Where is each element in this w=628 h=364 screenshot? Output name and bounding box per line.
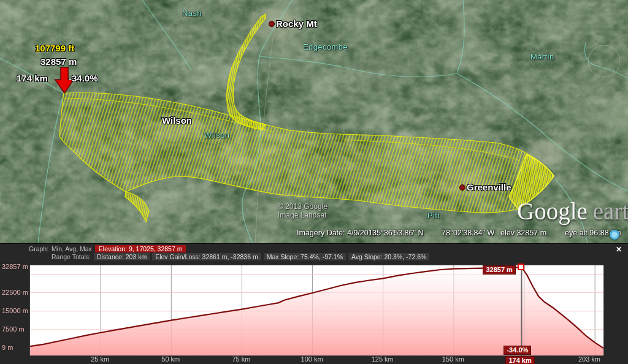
range-totals-label: Range Totals:	[52, 253, 91, 260]
graph-header-row: Graph: Min, Avg, Max Elevation: 9, 17025…	[0, 245, 186, 252]
annotation-slope: -34.0%	[69, 73, 98, 83]
google-earth-window: Nash Edgecombe Martin Wilson Pitt Rocky …	[0, 0, 628, 364]
placemark-label: Rocky Mt	[276, 18, 317, 29]
y-axis-tick: 32857 m	[2, 263, 29, 270]
y-axis-tick: 7500 m	[2, 325, 29, 333]
imagery-date: Imagery Date: 4/9/2013	[297, 229, 377, 237]
map-status-bar: Imagery Date: 4/9/2013 35°36'53.86" N 78…	[0, 229, 628, 241]
x-axis-tick: 75 km	[228, 355, 255, 363]
y-axis-tick: 22500 m	[2, 289, 29, 296]
county-label-edgecombe: Edgecombe	[303, 42, 348, 51]
placemark-label: Wilson	[162, 115, 192, 126]
max-slope: Max Slope: 75.4%, -97.1%	[264, 253, 346, 260]
latitude: 35°36'53.86" N	[372, 229, 423, 237]
copyright-line1: © 2013 Google	[278, 202, 327, 211]
placemark-dot[interactable]	[269, 21, 275, 27]
elevation-profile-panel: Graph: Min, Avg, Max Elevation: 9, 17025…	[0, 243, 628, 364]
county-label-nash: Nash	[182, 9, 202, 18]
map-view[interactable]: Nash Edgecombe Martin Wilson Pitt Rocky …	[0, 0, 628, 243]
copyright-line2: Image Landsat	[278, 211, 327, 219]
google-earth-logo: Googleearth	[517, 197, 628, 225]
logo-google: Google	[517, 198, 588, 224]
elevation-profile-chart[interactable]	[30, 265, 603, 355]
county-label-pitt: Pitt	[427, 211, 440, 220]
avg-slope: Avg Slope: 20.3%, -72.6%	[348, 253, 429, 260]
x-axis-tick: 125 km	[369, 355, 396, 363]
elev-gain-loss: Elev Gain/Loss: 32861 m, -32836 m	[152, 253, 261, 260]
marker-elevation-badge: 32857 m	[483, 265, 515, 275]
range-totals-row: Range Totals: Distance: 203 km Elev Gain…	[0, 252, 432, 260]
placemark-label: Greenville	[467, 182, 511, 192]
marker-distance-badge: 174 km	[505, 356, 534, 364]
compass-navigation-icon[interactable]	[610, 230, 619, 240]
placemark-greenville[interactable]: Greenville	[459, 182, 511, 192]
elevation-summary-badge[interactable]: Elevation: 9, 17025, 32857 m	[95, 245, 186, 252]
annotation-distance: 174 km	[17, 73, 48, 83]
y-axis-tick: 15000 m	[2, 307, 29, 314]
x-axis-tick: 50 km	[157, 355, 184, 363]
placemark-dot[interactable]	[459, 184, 465, 191]
annotation-altitude-m: 32857 m	[40, 56, 77, 67]
marker-slope-badge: -34.0%	[504, 346, 531, 355]
x-axis-tick: 203 km	[576, 355, 603, 363]
min-avg-max-label: Min, Avg, Max	[52, 245, 92, 252]
placemark-rocky-mt[interactable]: Rocky Mt	[269, 18, 317, 29]
county-label-martin: Martin	[530, 52, 554, 61]
marker-peak-square[interactable]	[518, 264, 524, 270]
annotation-altitude-ft: 107799 ft	[35, 43, 74, 53]
county-label-wilson: Wilson	[204, 131, 229, 140]
x-axis-tick: 100 km	[299, 355, 326, 363]
elevation-plot-area[interactable]	[29, 265, 604, 356]
close-icon[interactable]: ✕	[614, 245, 624, 254]
map-copyright: © 2013 Google Image Landsat	[278, 202, 327, 219]
placemark-wilson[interactable]: Wilson	[162, 115, 192, 126]
graph-label: Graph:	[29, 245, 48, 252]
y-axis-tick: 9 m	[2, 344, 29, 351]
distance-total: Distance: 203 km	[94, 253, 150, 260]
logo-earth: earth	[593, 198, 628, 224]
elevation: elev 32857 m	[500, 229, 546, 237]
longitude: 78°02'38.84" W	[442, 229, 494, 237]
x-axis-tick: 150 km	[440, 355, 467, 363]
x-axis-tick: 25 km	[86, 355, 113, 363]
